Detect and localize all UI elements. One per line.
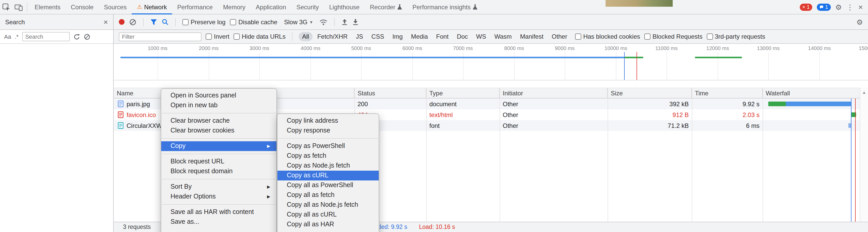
menu-item-copy[interactable]: Copy ▶: [161, 141, 276, 151]
preserve-log-checkbox[interactable]: Preserve log: [182, 18, 225, 26]
menu-item-copy-all-as-powershell[interactable]: Copy all as PowerShell: [277, 181, 379, 190]
tab-security[interactable]: Security: [291, 0, 324, 14]
error-count-badge[interactable]: × 1: [800, 3, 812, 10]
menu-item-copy-as-nodejs-fetch[interactable]: Copy as Node.js fetch: [277, 161, 379, 171]
filter-chip-fetch-xhr[interactable]: Fetch/XHR: [314, 32, 351, 41]
refresh-icon[interactable]: [73, 33, 80, 40]
menu-item-clear-browser-cache[interactable]: Clear browser cache: [161, 116, 276, 126]
menu-item-copy-response[interactable]: Copy response: [277, 126, 379, 136]
invert-input[interactable]: [206, 34, 212, 40]
menu-item-block-request-domain[interactable]: Block request domain: [161, 166, 276, 176]
menu-item-clear-browser-cookies[interactable]: Clear browser cookies: [161, 126, 276, 136]
filter-chip-font[interactable]: Font: [432, 32, 452, 41]
initiator-cell: Other: [500, 120, 608, 131]
tab-memory[interactable]: Memory: [218, 0, 251, 14]
menu-item-open-in-new-tab[interactable]: Open in new tab: [161, 101, 276, 110]
export-har-icon[interactable]: [352, 18, 358, 25]
search-magnifier-icon[interactable]: [162, 18, 168, 25]
filter-chip-img[interactable]: Img: [389, 32, 406, 41]
throttling-select[interactable]: Slow 3G ▾: [282, 17, 315, 27]
menu-item-block-request-url[interactable]: Block request URL: [161, 157, 276, 166]
menu-item-label: Copy response: [287, 127, 330, 134]
filter-chip-manifest[interactable]: Manifest: [517, 32, 547, 41]
match-case-toggle[interactable]: Aa: [4, 34, 11, 40]
tab-performance-insights[interactable]: Performance insights: [407, 0, 482, 14]
filter-chip-ws[interactable]: WS: [472, 32, 490, 41]
tab-elements[interactable]: Elements: [29, 0, 66, 14]
search-pane-close-icon[interactable]: ×: [103, 17, 108, 26]
menu-item-save-as[interactable]: Save as...: [161, 217, 276, 227]
filter-input[interactable]: [119, 32, 202, 41]
disable-cache-input[interactable]: [230, 19, 237, 25]
column-header-size[interactable]: Size: [608, 88, 692, 98]
filter-funnel-icon[interactable]: [150, 19, 157, 25]
timeline-tick-label: 14000 ms: [808, 45, 831, 51]
search-input[interactable]: [22, 32, 70, 41]
time-cell: 6 ms: [692, 120, 763, 131]
column-header-time[interactable]: Time: [692, 88, 763, 98]
clear-search-icon[interactable]: [84, 33, 90, 40]
network-conditions-icon[interactable]: [319, 19, 327, 25]
hide-data-urls-input[interactable]: [234, 34, 240, 40]
hide-data-urls-checkbox[interactable]: Hide data URLs: [234, 33, 285, 40]
has-blocked-cookies-input[interactable]: [575, 34, 581, 40]
menu-item-sort-by[interactable]: Sort By ▶: [161, 182, 276, 192]
tab-lighthouse[interactable]: Lighthouse: [324, 0, 365, 14]
regex-toggle[interactable]: .*: [15, 34, 19, 40]
column-header-initiator[interactable]: Initiator: [500, 88, 608, 98]
tab-console[interactable]: Console: [66, 0, 99, 14]
document-file-icon: [118, 101, 123, 107]
filter-chip-css[interactable]: CSS: [368, 32, 388, 41]
menu-item-open-in-sources[interactable]: Open in Sources panel: [161, 91, 276, 101]
menu-item-copy-all-as-har[interactable]: Copy all as HAR: [277, 220, 379, 229]
filter-chip-media[interactable]: Media: [407, 32, 431, 41]
tab-sources[interactable]: Sources: [99, 0, 132, 14]
tab-network[interactable]: ⚠ Network: [132, 0, 172, 14]
third-party-requests-checkbox[interactable]: 3rd-party requests: [707, 33, 765, 40]
error-x-icon: ×: [802, 4, 805, 9]
copy-submenu: Copy link address Copy response Copy as …: [277, 113, 379, 232]
issues-count-badge[interactable]: 1: [817, 3, 831, 10]
menu-item-copy-all-as-fetch[interactable]: Copy all as fetch: [277, 190, 379, 200]
timeline-gridline: [259, 52, 260, 80]
column-header-waterfall[interactable]: Waterfall: [763, 88, 860, 98]
blocked-requests-input[interactable]: [644, 34, 650, 40]
import-har-icon[interactable]: [341, 18, 347, 25]
clear-network-log-icon[interactable]: [129, 18, 136, 26]
menu-item-copy-as-fetch[interactable]: Copy as fetch: [277, 151, 379, 161]
tab-application[interactable]: Application: [251, 0, 291, 14]
blocked-requests-checkbox[interactable]: Blocked Requests: [644, 33, 703, 40]
settings-gear-icon[interactable]: ⚙: [835, 3, 842, 10]
timeline-overview-band[interactable]: [114, 52, 868, 80]
menu-item-copy-link-address[interactable]: Copy link address: [277, 116, 379, 126]
menu-item-copy-as-curl[interactable]: Copy as cURL: [277, 171, 379, 181]
close-devtools-icon[interactable]: ×: [858, 3, 863, 11]
menu-item-copy-all-as-curl[interactable]: Copy all as cURL: [277, 210, 379, 220]
tab-label: Elements: [35, 3, 60, 10]
filter-chip-other[interactable]: Other: [548, 32, 571, 41]
menu-item-header-options[interactable]: Header Options ▶: [161, 192, 276, 202]
network-settings-gear-icon[interactable]: ⚙: [857, 18, 863, 26]
tab-performance[interactable]: Performance: [172, 0, 218, 14]
column-header-type[interactable]: Type: [426, 88, 500, 98]
invert-checkbox[interactable]: Invert: [206, 33, 229, 40]
table-scrollbar[interactable]: ▲: [860, 88, 868, 222]
disable-cache-checkbox[interactable]: Disable cache: [230, 18, 277, 26]
menu-item-copy-as-powershell[interactable]: Copy as PowerShell: [277, 141, 379, 151]
tab-recorder[interactable]: Recorder: [365, 0, 407, 14]
column-header-status[interactable]: Status: [354, 88, 426, 98]
inspect-element-icon[interactable]: [0, 1, 12, 13]
preserve-log-input[interactable]: [182, 19, 189, 25]
kebab-menu-icon[interactable]: ⋮: [846, 3, 854, 10]
record-network-log-icon[interactable]: [119, 19, 125, 25]
has-blocked-cookies-checkbox[interactable]: Has blocked cookies: [575, 33, 640, 40]
menu-item-save-all-as-har[interactable]: Save all as HAR with content: [161, 207, 276, 217]
third-party-requests-input[interactable]: [707, 34, 713, 40]
scrollbar-up-arrow[interactable]: ▲: [862, 88, 866, 222]
filter-chip-js[interactable]: JS: [352, 32, 367, 41]
filter-chip-all[interactable]: All: [299, 32, 313, 41]
device-toolbar-icon[interactable]: [12, 1, 25, 13]
filter-chip-doc[interactable]: Doc: [453, 32, 471, 41]
filter-chip-wasm[interactable]: Wasm: [491, 32, 516, 41]
menu-item-copy-all-as-nodejs-fetch[interactable]: Copy all as Node.js fetch: [277, 200, 379, 210]
